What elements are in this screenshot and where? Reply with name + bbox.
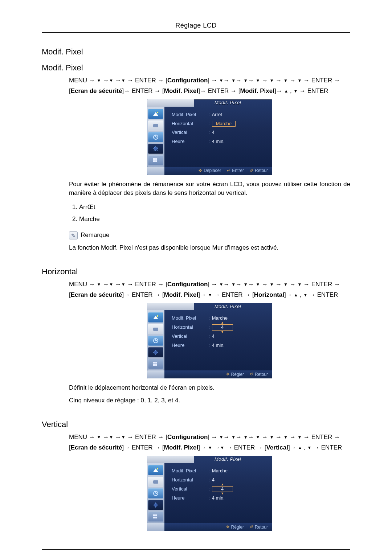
svg-rect-27 xyxy=(156,493,157,494)
up-arrow-icon: ▲ xyxy=(284,89,288,94)
osd-sidebar-icon[interactable] xyxy=(148,512,163,522)
svg-point-28 xyxy=(154,503,158,507)
down-arrow-icon: ▼ xyxy=(231,78,236,83)
down-arrow-icon: ▼ xyxy=(97,78,101,83)
running-header: Réglage LCD xyxy=(42,22,350,32)
down-arrow-icon: ▼ xyxy=(256,282,260,287)
osd-sidebar-icon[interactable] xyxy=(148,132,163,142)
osd-row-modif-pixel[interactable]: Modif. Pixel : Arrêt xyxy=(170,110,237,119)
down-arrow-icon: ▼ xyxy=(109,282,113,287)
osd-row-heure[interactable]: Heure : 4 min. xyxy=(170,137,237,146)
osd-row-vertical[interactable]: Vertical : ▲ 4 ▼ xyxy=(170,485,234,494)
spinner-down-icon[interactable]: ▼ xyxy=(221,492,224,495)
down-arrow-icon: ▼ xyxy=(208,292,212,297)
return-icon: ↺ xyxy=(250,372,253,377)
osd-sidebar xyxy=(147,107,164,167)
down-arrow-icon: ▼ xyxy=(283,78,288,83)
osd-sidebar-icon[interactable] xyxy=(148,465,163,475)
nav-text: MENU xyxy=(69,281,87,288)
osd-row-heure[interactable]: Heure : 4 min. xyxy=(170,341,234,350)
nav-text: ENTER xyxy=(234,444,255,451)
adjust-icon: ✥ xyxy=(226,524,229,530)
osd-sidebar-icon[interactable] xyxy=(148,477,163,487)
osd-spinner[interactable]: ▲ 4 ▼ xyxy=(212,486,233,492)
svg-rect-13 xyxy=(153,328,158,331)
nav-text: Ecran de sécurité xyxy=(71,291,122,298)
osd-row-modif-pixel[interactable]: Modif. Pixel : Marche xyxy=(170,314,234,323)
heading-horizontal: Horizontal xyxy=(42,267,350,276)
svg-rect-5 xyxy=(156,137,157,138)
nav-text: ENTER xyxy=(132,444,153,451)
svg-rect-32 xyxy=(155,517,157,518)
osd-row-horizontal[interactable]: Horizontal : 4 xyxy=(170,476,234,485)
osd-sidebar-icon[interactable] xyxy=(148,500,163,510)
osd-title: Modif. Pixel xyxy=(194,456,272,463)
osd-sidebar-icon[interactable] xyxy=(148,144,163,154)
svg-rect-16 xyxy=(156,340,157,341)
svg-rect-31 xyxy=(153,517,155,518)
spinner-down-icon[interactable]: ▼ xyxy=(221,331,224,334)
osd-value: 4 min. xyxy=(211,341,234,350)
down-arrow-icon: ▼ xyxy=(219,78,224,83)
modif-pixel-options-list: ArrŒt Marche xyxy=(69,201,350,225)
osd-sidebar-icon[interactable] xyxy=(148,324,163,334)
nav-text: ENTER xyxy=(132,291,153,298)
spinner-up-icon[interactable]: ▲ xyxy=(221,483,224,486)
header-rule xyxy=(42,32,350,33)
return-icon: ↺ xyxy=(250,168,253,174)
nav-text: Vertical xyxy=(266,444,288,451)
osd-footer-label: Retour xyxy=(255,524,268,530)
osd-spinner-value: 4 xyxy=(221,486,224,492)
down-arrow-icon: ▼ xyxy=(297,282,302,287)
osd-option-arret[interactable]: Arrêt xyxy=(212,112,222,117)
osd-value: 4 min. xyxy=(211,137,237,146)
osd-value: 4 xyxy=(211,128,237,137)
nav-text: ENTER xyxy=(135,77,156,84)
osd-spinner[interactable]: ▲ 4 ▼ xyxy=(212,324,233,330)
down-arrow-icon: ▼ xyxy=(121,282,126,287)
osd-footer-enter: ↵ Entrer xyxy=(227,168,244,174)
osd-row-vertical[interactable]: Vertical : 4 xyxy=(170,128,237,137)
nav-text: Configuration xyxy=(167,77,208,84)
osd-sidebar-icon[interactable] xyxy=(148,488,163,498)
osd-value: Marche xyxy=(211,467,234,476)
modif-pixel-block: MENU → ▼ →▼ →▼ → ENTER → [Configuration]… xyxy=(69,75,350,253)
osd-sidebar-icon[interactable] xyxy=(148,120,163,131)
svg-rect-20 xyxy=(153,364,155,366)
osd-row-vertical[interactable]: Vertical : 4 xyxy=(170,332,234,341)
down-arrow-icon: ▼ xyxy=(244,78,248,83)
horizontal-desc-2: Cinq niveaux de réglage : 0, 1, 2, 3, et… xyxy=(69,396,350,405)
osd-row-horizontal[interactable]: Horizontal : ▲ 4 ▼ xyxy=(170,323,234,332)
heading-vertical: Vertical xyxy=(42,420,350,429)
nav-text: Modif. Pixel xyxy=(164,87,198,94)
osd-sidebar-icon[interactable] xyxy=(148,109,163,119)
down-arrow-icon: ▼ xyxy=(303,292,307,297)
spinner-up-icon[interactable]: ▲ xyxy=(221,321,224,324)
down-arrow-icon: ▼ xyxy=(270,78,274,83)
nav-text: ENTER xyxy=(317,291,338,298)
down-arrow-icon: ▼ xyxy=(297,435,302,440)
move-icon: ✥ xyxy=(199,168,202,174)
osd-label: Heure xyxy=(170,494,208,503)
down-arrow-icon: ▼ xyxy=(109,435,113,440)
osd-sidebar-icon[interactable] xyxy=(148,155,163,165)
up-arrow-icon: ▲ xyxy=(298,445,302,450)
heading-modif-pixel-2: Modif. Pixel xyxy=(42,63,350,73)
osd-sidebar-icon[interactable] xyxy=(148,312,163,323)
osd-row-horizontal[interactable]: Horizontal : Marche xyxy=(170,119,237,128)
osd-sidebar-icon[interactable] xyxy=(148,347,163,357)
osd-selected-option[interactable]: Marche xyxy=(212,121,236,127)
vertical-block: MENU → ▼ →▼ →▼ → ENTER → [Configuration]… xyxy=(69,432,350,532)
svg-rect-21 xyxy=(155,364,157,366)
down-arrow-icon: ▼ xyxy=(97,435,101,440)
osd-sidebar-icon[interactable] xyxy=(148,336,163,346)
down-arrow-icon: ▼ xyxy=(121,435,126,440)
nav-text: Horizontal xyxy=(254,291,284,298)
osd-row-modif-pixel[interactable]: Modif. Pixel : Marche xyxy=(170,467,234,476)
osd-footer-label: Entrer xyxy=(232,168,244,174)
modif-pixel-nav: MENU → ▼ →▼ →▼ → ENTER → [Configuration]… xyxy=(69,75,350,97)
osd-row-heure[interactable]: Heure : 4 min. xyxy=(170,494,234,503)
nav-text: ENTER xyxy=(307,87,328,94)
svg-point-12 xyxy=(157,315,158,317)
osd-sidebar-icon[interactable] xyxy=(148,359,163,369)
